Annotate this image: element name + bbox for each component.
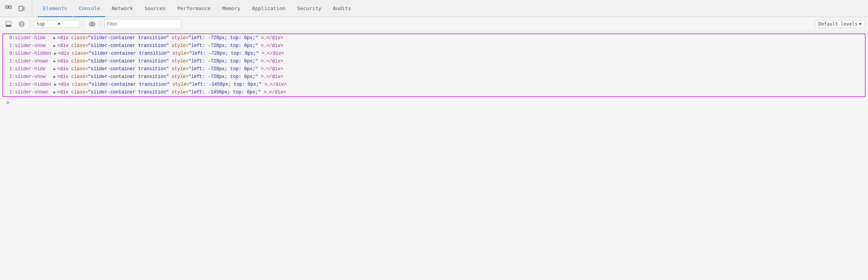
toolbar-divider-3 (101, 20, 101, 28)
console-output: 0:slider-hide ▶ <div class="slider-conta… (0, 31, 868, 109)
filter-area[interactable] (104, 19, 182, 29)
expand-arrow[interactable]: ▶ (53, 43, 56, 48)
svg-rect-4 (6, 21, 11, 25)
console-row: 0:slider-hidden ▶ <div class="slider-con… (3, 50, 865, 57)
tab-network[interactable]: Network (106, 0, 138, 17)
event-label: 0:slider-hide (3, 35, 53, 41)
console-toolbar: top ▼ Default levels ▼ (0, 17, 868, 31)
show-drawer-button[interactable] (3, 19, 14, 29)
chevron-down-icon: ▼ (859, 22, 861, 26)
event-label: 2:slider-shown (3, 90, 53, 95)
console-prompt[interactable]: > (0, 98, 868, 107)
expand-arrow[interactable]: ▶ (53, 67, 56, 71)
tab-elements[interactable]: Elements (38, 0, 73, 17)
tab-memory[interactable]: Memory (217, 0, 246, 17)
tab-security[interactable]: Security (292, 0, 327, 17)
event-label: 1:slider-show (3, 43, 53, 48)
event-label: 1:slider-shown (3, 59, 53, 64)
svg-rect-3 (24, 7, 25, 10)
console-row: 2:slider-show ▶ <div class="slider-conta… (3, 73, 865, 81)
console-row: 1:slider-show ▶ <div class="slider-conta… (3, 42, 865, 50)
default-levels-dropdown[interactable]: Default levels ▼ (815, 20, 865, 28)
event-label: 1:slider-hidden (3, 82, 54, 87)
svg-rect-1 (9, 6, 11, 8)
expand-arrow[interactable]: ▶ (53, 90, 56, 95)
event-label: 1:slider-hide (3, 66, 53, 72)
tab-sources[interactable]: Sources (139, 0, 171, 17)
expand-arrow[interactable]: ▶ (53, 36, 56, 40)
console-row: 0:slider-hide ▶ <div class="slider-conta… (3, 34, 865, 42)
console-row: 1:slider-shown ▶ <div class="slider-cont… (3, 57, 865, 65)
svg-rect-5 (6, 26, 11, 27)
console-row: 1:slider-hidden ▶ <div class="slider-con… (3, 81, 865, 88)
event-label: 2:slider-show (3, 74, 53, 80)
chevron-down-icon: ▼ (58, 22, 77, 26)
tab-console[interactable]: Console (74, 0, 106, 17)
console-row: 1:slider-hide ▶ <div class="slider-conta… (3, 65, 865, 73)
svg-rect-2 (19, 6, 23, 11)
highlight-box: 0:slider-hide ▶ <div class="slider-conta… (2, 33, 866, 97)
event-label: 0:slider-hidden (3, 51, 54, 56)
console-row: 2:slider-shown ▶ <div class="slider-cont… (3, 88, 865, 96)
toolbar-divider-1 (30, 20, 31, 28)
expand-arrow[interactable]: ▶ (54, 82, 57, 87)
expand-arrow[interactable]: ▶ (53, 59, 56, 64)
eye-icon-button[interactable] (87, 19, 98, 29)
inspect-element-button[interactable] (3, 3, 14, 14)
svg-rect-0 (6, 6, 8, 8)
svg-point-8 (89, 22, 95, 26)
clear-console-button[interactable] (16, 19, 27, 29)
tab-audits[interactable]: Audits (328, 0, 357, 17)
expand-arrow[interactable]: ▶ (54, 51, 57, 56)
toolbar-divider-2 (83, 20, 84, 28)
device-toolbar-button[interactable] (16, 3, 27, 14)
tab-application[interactable]: Application (247, 0, 291, 17)
context-selector[interactable]: top ▼ (34, 20, 80, 28)
devtools-icons (3, 0, 32, 17)
tab-bar: Elements Console Network Sources Perform… (0, 0, 868, 17)
tab-performance[interactable]: Performance (172, 0, 216, 17)
filter-input[interactable] (105, 21, 181, 28)
expand-arrow[interactable]: ▶ (53, 74, 56, 79)
svg-point-9 (91, 23, 93, 25)
